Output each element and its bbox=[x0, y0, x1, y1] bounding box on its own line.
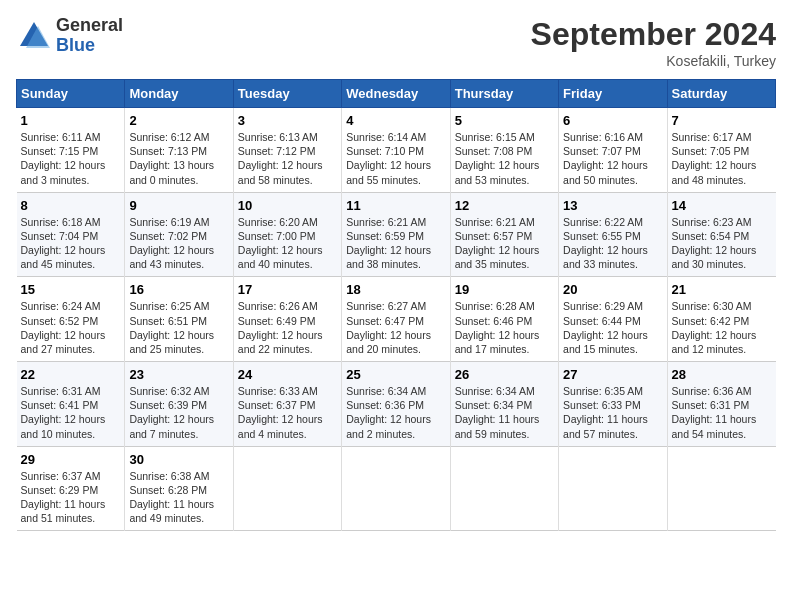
calendar-cell: 17Sunrise: 6:26 AM Sunset: 6:49 PM Dayli… bbox=[233, 277, 341, 362]
day-info: Sunrise: 6:35 AM Sunset: 6:33 PM Dayligh… bbox=[563, 384, 662, 441]
calendar-cell bbox=[233, 446, 341, 531]
day-info: Sunrise: 6:33 AM Sunset: 6:37 PM Dayligh… bbox=[238, 384, 337, 441]
day-info: Sunrise: 6:34 AM Sunset: 6:34 PM Dayligh… bbox=[455, 384, 554, 441]
calendar-cell bbox=[450, 446, 558, 531]
calendar-cell: 15Sunrise: 6:24 AM Sunset: 6:52 PM Dayli… bbox=[17, 277, 125, 362]
calendar-body: 1Sunrise: 6:11 AM Sunset: 7:15 PM Daylig… bbox=[17, 108, 776, 531]
weekday-header: Wednesday bbox=[342, 80, 450, 108]
calendar-cell: 10Sunrise: 6:20 AM Sunset: 7:00 PM Dayli… bbox=[233, 192, 341, 277]
calendar-week-row: 8Sunrise: 6:18 AM Sunset: 7:04 PM Daylig… bbox=[17, 192, 776, 277]
day-info: Sunrise: 6:21 AM Sunset: 6:59 PM Dayligh… bbox=[346, 215, 445, 272]
day-number: 20 bbox=[563, 282, 662, 297]
weekday-header: Tuesday bbox=[233, 80, 341, 108]
calendar-cell: 4Sunrise: 6:14 AM Sunset: 7:10 PM Daylig… bbox=[342, 108, 450, 193]
calendar-cell: 6Sunrise: 6:16 AM Sunset: 7:07 PM Daylig… bbox=[559, 108, 667, 193]
page-header: General Blue September 2024 Kosefakili, … bbox=[16, 16, 776, 69]
calendar-cell bbox=[559, 446, 667, 531]
calendar-week-row: 29Sunrise: 6:37 AM Sunset: 6:29 PM Dayli… bbox=[17, 446, 776, 531]
day-number: 12 bbox=[455, 198, 554, 213]
calendar-cell: 2Sunrise: 6:12 AM Sunset: 7:13 PM Daylig… bbox=[125, 108, 233, 193]
day-info: Sunrise: 6:34 AM Sunset: 6:36 PM Dayligh… bbox=[346, 384, 445, 441]
day-number: 13 bbox=[563, 198, 662, 213]
calendar-cell bbox=[342, 446, 450, 531]
weekday-header: Thursday bbox=[450, 80, 558, 108]
calendar-cell: 3Sunrise: 6:13 AM Sunset: 7:12 PM Daylig… bbox=[233, 108, 341, 193]
day-info: Sunrise: 6:19 AM Sunset: 7:02 PM Dayligh… bbox=[129, 215, 228, 272]
calendar-cell: 14Sunrise: 6:23 AM Sunset: 6:54 PM Dayli… bbox=[667, 192, 775, 277]
day-number: 8 bbox=[21, 198, 121, 213]
day-info: Sunrise: 6:22 AM Sunset: 6:55 PM Dayligh… bbox=[563, 215, 662, 272]
day-info: Sunrise: 6:27 AM Sunset: 6:47 PM Dayligh… bbox=[346, 299, 445, 356]
calendar-cell: 22Sunrise: 6:31 AM Sunset: 6:41 PM Dayli… bbox=[17, 362, 125, 447]
day-number: 16 bbox=[129, 282, 228, 297]
day-info: Sunrise: 6:12 AM Sunset: 7:13 PM Dayligh… bbox=[129, 130, 228, 187]
day-number: 19 bbox=[455, 282, 554, 297]
calendar-week-row: 15Sunrise: 6:24 AM Sunset: 6:52 PM Dayli… bbox=[17, 277, 776, 362]
location: Kosefakili, Turkey bbox=[531, 53, 776, 69]
calendar-cell: 5Sunrise: 6:15 AM Sunset: 7:08 PM Daylig… bbox=[450, 108, 558, 193]
calendar-cell: 12Sunrise: 6:21 AM Sunset: 6:57 PM Dayli… bbox=[450, 192, 558, 277]
month-title: September 2024 bbox=[531, 16, 776, 53]
day-info: Sunrise: 6:15 AM Sunset: 7:08 PM Dayligh… bbox=[455, 130, 554, 187]
calendar-cell: 21Sunrise: 6:30 AM Sunset: 6:42 PM Dayli… bbox=[667, 277, 775, 362]
day-info: Sunrise: 6:28 AM Sunset: 6:46 PM Dayligh… bbox=[455, 299, 554, 356]
day-info: Sunrise: 6:31 AM Sunset: 6:41 PM Dayligh… bbox=[21, 384, 121, 441]
day-number: 1 bbox=[21, 113, 121, 128]
day-info: Sunrise: 6:38 AM Sunset: 6:28 PM Dayligh… bbox=[129, 469, 228, 526]
day-info: Sunrise: 6:17 AM Sunset: 7:05 PM Dayligh… bbox=[672, 130, 772, 187]
day-info: Sunrise: 6:37 AM Sunset: 6:29 PM Dayligh… bbox=[21, 469, 121, 526]
weekday-header: Friday bbox=[559, 80, 667, 108]
calendar-table: SundayMondayTuesdayWednesdayThursdayFrid… bbox=[16, 79, 776, 531]
day-info: Sunrise: 6:29 AM Sunset: 6:44 PM Dayligh… bbox=[563, 299, 662, 356]
logo-text: General Blue bbox=[56, 16, 123, 56]
day-number: 24 bbox=[238, 367, 337, 382]
day-info: Sunrise: 6:14 AM Sunset: 7:10 PM Dayligh… bbox=[346, 130, 445, 187]
weekday-header: Saturday bbox=[667, 80, 775, 108]
logo: General Blue bbox=[16, 16, 123, 56]
day-info: Sunrise: 6:24 AM Sunset: 6:52 PM Dayligh… bbox=[21, 299, 121, 356]
day-number: 18 bbox=[346, 282, 445, 297]
logo-icon bbox=[16, 18, 52, 54]
calendar-cell: 26Sunrise: 6:34 AM Sunset: 6:34 PM Dayli… bbox=[450, 362, 558, 447]
calendar-cell: 9Sunrise: 6:19 AM Sunset: 7:02 PM Daylig… bbox=[125, 192, 233, 277]
calendar-cell: 7Sunrise: 6:17 AM Sunset: 7:05 PM Daylig… bbox=[667, 108, 775, 193]
day-number: 4 bbox=[346, 113, 445, 128]
day-number: 10 bbox=[238, 198, 337, 213]
calendar-cell: 30Sunrise: 6:38 AM Sunset: 6:28 PM Dayli… bbox=[125, 446, 233, 531]
day-number: 17 bbox=[238, 282, 337, 297]
calendar-cell: 11Sunrise: 6:21 AM Sunset: 6:59 PM Dayli… bbox=[342, 192, 450, 277]
day-info: Sunrise: 6:23 AM Sunset: 6:54 PM Dayligh… bbox=[672, 215, 772, 272]
day-number: 3 bbox=[238, 113, 337, 128]
title-block: September 2024 Kosefakili, Turkey bbox=[531, 16, 776, 69]
calendar-cell: 1Sunrise: 6:11 AM Sunset: 7:15 PM Daylig… bbox=[17, 108, 125, 193]
calendar-cell: 19Sunrise: 6:28 AM Sunset: 6:46 PM Dayli… bbox=[450, 277, 558, 362]
day-number: 14 bbox=[672, 198, 772, 213]
calendar-cell: 18Sunrise: 6:27 AM Sunset: 6:47 PM Dayli… bbox=[342, 277, 450, 362]
day-number: 11 bbox=[346, 198, 445, 213]
day-number: 21 bbox=[672, 282, 772, 297]
calendar-cell: 23Sunrise: 6:32 AM Sunset: 6:39 PM Dayli… bbox=[125, 362, 233, 447]
day-number: 30 bbox=[129, 452, 228, 467]
calendar-header-row: SundayMondayTuesdayWednesdayThursdayFrid… bbox=[17, 80, 776, 108]
weekday-header: Monday bbox=[125, 80, 233, 108]
calendar-cell: 24Sunrise: 6:33 AM Sunset: 6:37 PM Dayli… bbox=[233, 362, 341, 447]
day-info: Sunrise: 6:13 AM Sunset: 7:12 PM Dayligh… bbox=[238, 130, 337, 187]
day-info: Sunrise: 6:16 AM Sunset: 7:07 PM Dayligh… bbox=[563, 130, 662, 187]
day-number: 7 bbox=[672, 113, 772, 128]
calendar-week-row: 1Sunrise: 6:11 AM Sunset: 7:15 PM Daylig… bbox=[17, 108, 776, 193]
day-number: 29 bbox=[21, 452, 121, 467]
day-number: 23 bbox=[129, 367, 228, 382]
calendar-cell: 25Sunrise: 6:34 AM Sunset: 6:36 PM Dayli… bbox=[342, 362, 450, 447]
day-number: 26 bbox=[455, 367, 554, 382]
day-info: Sunrise: 6:25 AM Sunset: 6:51 PM Dayligh… bbox=[129, 299, 228, 356]
calendar-cell: 20Sunrise: 6:29 AM Sunset: 6:44 PM Dayli… bbox=[559, 277, 667, 362]
day-number: 15 bbox=[21, 282, 121, 297]
day-info: Sunrise: 6:18 AM Sunset: 7:04 PM Dayligh… bbox=[21, 215, 121, 272]
day-info: Sunrise: 6:21 AM Sunset: 6:57 PM Dayligh… bbox=[455, 215, 554, 272]
day-number: 28 bbox=[672, 367, 772, 382]
day-info: Sunrise: 6:26 AM Sunset: 6:49 PM Dayligh… bbox=[238, 299, 337, 356]
day-info: Sunrise: 6:20 AM Sunset: 7:00 PM Dayligh… bbox=[238, 215, 337, 272]
day-number: 6 bbox=[563, 113, 662, 128]
day-number: 2 bbox=[129, 113, 228, 128]
calendar-cell: 28Sunrise: 6:36 AM Sunset: 6:31 PM Dayli… bbox=[667, 362, 775, 447]
